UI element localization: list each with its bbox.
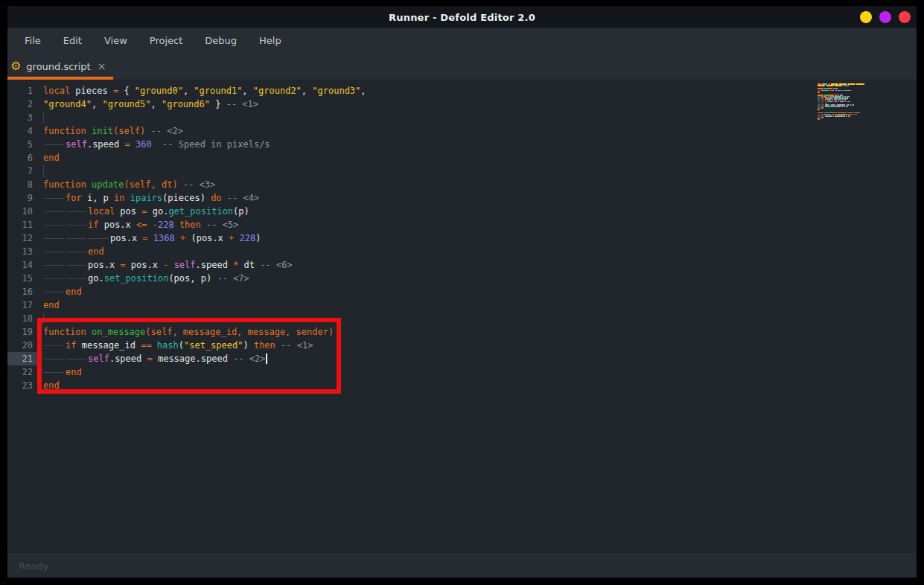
code-token — [152, 340, 157, 351]
code-token: if — [88, 220, 98, 230]
tab-whitespace-mark — [88, 231, 110, 245]
tab-whitespace-mark — [43, 365, 66, 379]
tabbar: ⚙ ground.script × — [7, 53, 917, 80]
window-controls — [860, 11, 911, 23]
code-token: pieces — [70, 86, 113, 96]
code-line[interactable]: 9for i, p in ipairs(pieces) do -- <4> — [7, 191, 917, 205]
code-line[interactable]: 8function update(self, dt) -- <3> — [7, 178, 917, 191]
tab-whitespace-mark — [43, 258, 66, 272]
close-button[interactable] — [899, 11, 911, 23]
code-line[interactable]: 21self.speed = message.speed -- <2> — [7, 352, 917, 365]
code-token — [86, 179, 92, 190]
code-token: -- <5> — [206, 220, 238, 230]
line-number: 13 — [7, 245, 40, 258]
code-text: self.speed = message.speed -- <2> — [43, 354, 267, 364]
code-line[interactable]: 5self.speed = 360 -- Speed in pixels/s — [7, 138, 917, 151]
minimap-segment — [818, 85, 824, 86]
tab-ground-script[interactable]: ⚙ ground.script × — [7, 53, 113, 80]
code-line[interactable]: 22end — [7, 365, 917, 379]
code-line[interactable]: 18 — [7, 312, 917, 325]
menu-item-project[interactable]: Project — [146, 32, 186, 49]
code-token: , — [360, 86, 366, 96]
code-token — [175, 233, 180, 243]
code-line[interactable]: 12pos.x = 1368 + (pos.x + 228) — [7, 231, 917, 245]
code-line[interactable]: 2"ground4", "ground5", "ground6" } -- <1… — [7, 98, 917, 111]
tab-whitespace-mark — [43, 218, 66, 231]
tab-label: ground.script — [26, 61, 90, 72]
tab-whitespace-mark — [66, 258, 88, 272]
code-token: end — [43, 380, 60, 391]
app-window: Runner - Defold Editor 2.0 FileEditViewP… — [7, 6, 917, 578]
code-token: { — [118, 86, 135, 96]
indent-guide — [43, 165, 44, 177]
line-number: 23 — [7, 379, 40, 392]
line-number: 19 — [7, 325, 40, 339]
code-token: ( — [179, 340, 184, 351]
code-line[interactable]: 20if message_id == hash("set_speed") the… — [7, 339, 917, 352]
line-number: 12 — [7, 231, 40, 245]
code-line[interactable]: 7 — [7, 164, 917, 178]
screen: Runner - Defold Editor 2.0 FileEditViewP… — [0, 0, 924, 585]
minimap-segment — [852, 104, 854, 106]
menu-item-edit[interactable]: Edit — [60, 32, 86, 49]
code-line[interactable]: 6end — [7, 151, 917, 164]
tab-whitespace-mark — [66, 205, 88, 218]
code-token — [147, 220, 152, 230]
menu-item-view[interactable]: View — [101, 32, 131, 49]
code-token: message.speed — [153, 354, 233, 364]
tab-close-icon[interactable]: × — [98, 60, 106, 72]
status-text: Ready — [19, 560, 48, 572]
code-line[interactable]: 23end — [7, 379, 917, 392]
minimap-segment — [856, 83, 863, 85]
code-line[interactable]: 17end — [7, 298, 917, 312]
code-line[interactable]: 1local pieces = { "ground0", "ground1", … — [7, 84, 917, 98]
code-line[interactable]: 3 — [7, 111, 917, 124]
code-line[interactable]: 19function on_message(self, message_id, … — [7, 325, 917, 339]
code-line[interactable]: 15go.set_position(pos, p) -- <7> — [7, 272, 917, 285]
minimap-segment — [847, 85, 849, 86]
code-line[interactable]: 16end — [7, 285, 917, 298]
code-text: pos.x = 1368 + (pos.x + 228) — [43, 233, 261, 243]
code-line[interactable]: 11if pos.x <= -228 then -- <5> — [7, 218, 917, 231]
menu-item-file[interactable]: File — [21, 32, 45, 49]
code-text — [43, 313, 44, 324]
menu-item-debug[interactable]: Debug — [201, 32, 240, 49]
code-token: "ground4" — [43, 99, 92, 109]
code-text: function update(self, dt) -- <3> — [43, 179, 215, 190]
line-number: 9 — [7, 191, 40, 205]
indent-guide — [43, 313, 44, 325]
minimize-button[interactable] — [860, 11, 872, 23]
line-number: 2 — [7, 98, 40, 111]
code-line[interactable]: 14pos.x = pos.x - self.speed * dt -- <6> — [7, 258, 917, 272]
code-text: end — [43, 287, 82, 297]
code-editor[interactable]: 1local pieces = { "ground0", "ground1", … — [7, 80, 917, 554]
code-line[interactable]: 13end — [7, 245, 917, 258]
minimap-segment — [848, 115, 850, 117]
code-token: end — [66, 367, 82, 377]
code-token: then — [179, 220, 201, 230]
code-text: end — [43, 153, 60, 163]
code-token: pos.x — [110, 233, 142, 243]
line-number: 3 — [7, 111, 40, 124]
code-token: -- <2> — [151, 126, 183, 136]
code-token: "ground0" — [135, 86, 183, 96]
menu-item-help[interactable]: Help — [255, 32, 285, 49]
minimap-segment — [818, 92, 820, 93]
code-token: local — [43, 86, 70, 96]
code-line[interactable]: 4function init(self) -- <2> — [7, 124, 917, 138]
tab-whitespace-mark — [43, 205, 66, 218]
line-number: 16 — [7, 285, 40, 298]
minimap[interactable] — [818, 83, 870, 120]
code-line[interactable]: 10local pos = go.get_position(p) — [7, 205, 917, 218]
maximize-button[interactable] — [879, 11, 891, 23]
minimap-line — [818, 118, 870, 120]
code-token: get_position — [168, 206, 233, 217]
code-token: , — [302, 86, 312, 96]
tab-whitespace-mark — [43, 138, 66, 151]
minimap-segment — [850, 101, 850, 103]
code-token: -- <1> — [281, 340, 313, 351]
code-token: -- <1> — [226, 99, 258, 109]
line-number: 17 — [7, 298, 40, 312]
code-text: pos.x = pos.x - self.speed * dt -- <6> — [43, 260, 293, 270]
code-token — [174, 220, 179, 230]
